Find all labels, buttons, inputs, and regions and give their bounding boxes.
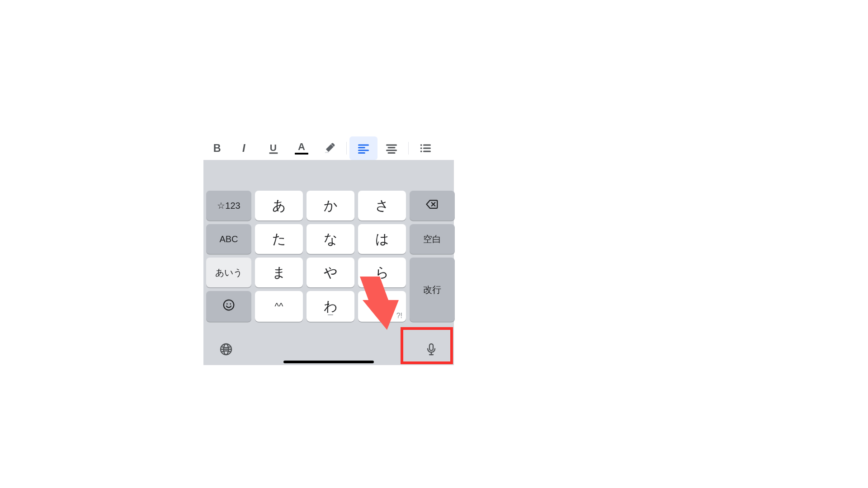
microphone-icon xyxy=(424,342,439,357)
key-sa[interactable]: さ xyxy=(358,191,406,221)
emoji-icon xyxy=(222,298,236,314)
key-wa-sub: ー xyxy=(307,311,354,319)
text-color-bar xyxy=(295,153,308,155)
key-abc[interactable]: ABC xyxy=(206,224,251,254)
bullet-list-icon xyxy=(419,142,432,155)
key-return[interactable]: 改行 xyxy=(410,258,455,322)
svg-rect-26 xyxy=(429,344,433,351)
delete-icon xyxy=(425,197,439,214)
bold-button[interactable]: B xyxy=(203,136,231,160)
format-toolbar: B I U A xyxy=(203,136,454,160)
key-a[interactable]: あ xyxy=(255,191,303,221)
highlight-button[interactable] xyxy=(316,136,344,160)
toolbar-separator xyxy=(346,142,347,155)
key-ka[interactable]: か xyxy=(307,191,354,221)
toolbar-separator xyxy=(408,142,409,155)
align-center-icon xyxy=(385,142,398,155)
text-color-letter: A xyxy=(298,142,305,152)
keyboard-panel: ☆123 あ か さ ABC た な は 空白 あいう ま xyxy=(203,160,454,365)
key-ta[interactable]: た xyxy=(255,224,303,254)
globe-icon xyxy=(219,342,233,357)
globe-button[interactable] xyxy=(219,342,233,357)
svg-text:I: I xyxy=(242,142,245,154)
key-wa[interactable]: わ ー xyxy=(307,291,354,322)
key-na[interactable]: な xyxy=(307,224,354,254)
svg-point-13 xyxy=(420,147,422,149)
keyboard-keys: ☆123 あ か さ ABC た な は 空白 あいう ま xyxy=(206,191,451,322)
key-punct-label: 、 xyxy=(375,297,389,316)
microphone-button[interactable] xyxy=(424,342,439,357)
key-punct-corner: ?! xyxy=(396,312,402,320)
underline-icon: U xyxy=(267,142,280,155)
key-kaomoji[interactable]: ^^ xyxy=(255,291,303,322)
align-center-button[interactable] xyxy=(377,136,406,160)
key-delete[interactable] xyxy=(410,191,455,221)
underline-button[interactable]: U xyxy=(259,136,288,160)
key-ha[interactable]: は xyxy=(358,224,406,254)
key-emoji[interactable] xyxy=(206,291,251,322)
home-indicator xyxy=(283,361,374,363)
italic-icon: I xyxy=(239,142,252,155)
align-left-icon xyxy=(357,142,370,155)
svg-point-22 xyxy=(230,303,231,305)
key-punct[interactable]: 、 ?! xyxy=(358,291,406,322)
svg-rect-3 xyxy=(269,152,278,154)
key-kana-mode[interactable]: あいう xyxy=(206,258,251,287)
bullet-list-button[interactable] xyxy=(411,136,439,160)
bold-icon: B xyxy=(211,142,224,155)
svg-point-20 xyxy=(224,300,234,310)
svg-point-12 xyxy=(420,144,422,146)
svg-point-21 xyxy=(226,303,228,305)
key-symbols-123[interactable]: ☆123 xyxy=(206,191,251,221)
italic-button[interactable]: I xyxy=(231,136,259,160)
key-ra[interactable]: ら xyxy=(358,258,406,287)
svg-point-14 xyxy=(420,150,422,152)
key-ya[interactable]: や xyxy=(307,258,354,287)
align-left-button[interactable] xyxy=(349,136,377,160)
key-ma[interactable]: ま xyxy=(255,258,303,287)
text-color-button[interactable]: A xyxy=(288,136,316,160)
svg-text:U: U xyxy=(270,142,277,153)
svg-text:B: B xyxy=(213,142,221,154)
key-space[interactable]: 空白 xyxy=(410,224,455,254)
highlighter-icon xyxy=(323,142,336,155)
